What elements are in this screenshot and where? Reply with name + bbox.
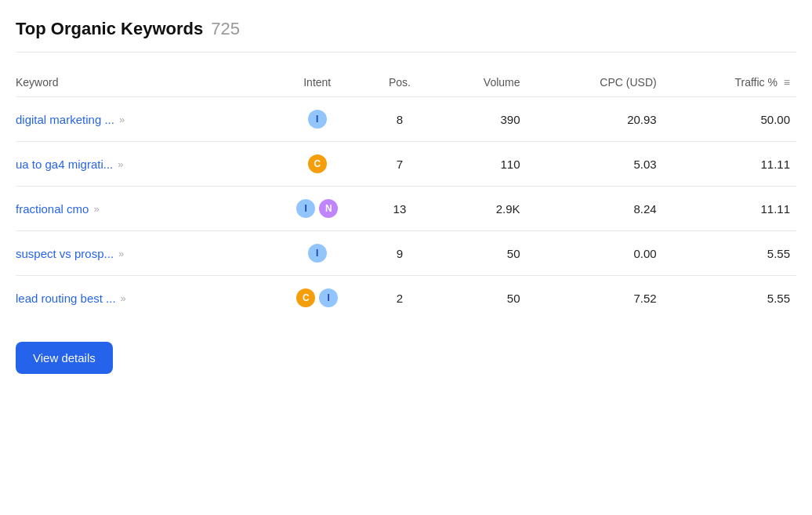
keyword-expand-icon[interactable]: » — [118, 158, 123, 170]
volume-cell: 2.9K — [433, 187, 527, 231]
traffic-cell: 5.55 — [663, 231, 796, 276]
traffic-cell: 50.00 — [663, 97, 796, 142]
traffic-cell: 5.55 — [663, 276, 796, 321]
pos-cell: 13 — [372, 187, 433, 231]
intent-cell: C — [269, 142, 372, 187]
keyword-expand-icon[interactable]: » — [119, 114, 125, 125]
cpc-cell: 5.03 — [527, 142, 663, 187]
intent-badge-n: N — [319, 199, 338, 218]
keyword-cell: lead routing best ... » — [16, 276, 269, 321]
cpc-cell: 20.93 — [527, 97, 663, 142]
cpc-cell: 0.00 — [527, 231, 663, 276]
col-header-pos: Pos. — [372, 68, 433, 97]
col-header-traffic: Traffic % ≡ — [663, 68, 796, 97]
col-header-cpc: CPC (USD) — [527, 68, 663, 97]
volume-cell: 50 — [433, 231, 527, 276]
table-row: suspect vs prosp... » I9500.005.55 — [16, 231, 796, 276]
keyword-expand-icon[interactable]: » — [121, 292, 126, 304]
intent-badge-i: I — [296, 199, 315, 218]
intent-cell: IN — [269, 187, 372, 231]
volume-cell: 50 — [433, 276, 527, 321]
pos-cell: 2 — [372, 276, 433, 321]
keywords-table: Keyword Intent Pos. Volume CPC (USD) Tra… — [16, 68, 796, 320]
col-header-intent: Intent — [269, 68, 372, 97]
volume-cell: 390 — [433, 97, 527, 142]
pos-cell: 9 — [372, 231, 433, 276]
traffic-cell: 11.11 — [663, 187, 796, 231]
widget-container: Top Organic Keywords 725 Keyword Intent … — [16, 19, 796, 374]
keyword-expand-icon[interactable]: » — [93, 203, 99, 215]
cpc-cell: 7.52 — [527, 276, 663, 321]
keyword-link[interactable]: suspect vs prosp... — [16, 247, 114, 260]
table-row: fractional cmo » IN132.9K8.2411.11 — [16, 187, 796, 231]
widget-header: Top Organic Keywords 725 — [16, 19, 796, 53]
view-details-button[interactable]: View details — [16, 342, 113, 374]
keyword-link[interactable]: lead routing best ... — [16, 292, 116, 305]
table-row: ua to ga4 migrati... » C71105.0311.11 — [16, 142, 796, 187]
intent-cell: CI — [269, 276, 372, 321]
keyword-cell: suspect vs prosp... » — [16, 231, 269, 276]
intent-cell: I — [269, 97, 372, 142]
intent-badge-c: C — [308, 154, 327, 173]
keyword-count: 725 — [211, 19, 240, 39]
keyword-expand-icon[interactable]: » — [118, 248, 124, 259]
intent-badge-c: C — [296, 288, 315, 307]
table-row: lead routing best ... » CI2507.525.55 — [16, 276, 796, 321]
intent-badge-i: I — [308, 110, 327, 129]
table-row: digital marketing ... » I839020.9350.00 — [16, 97, 796, 142]
keyword-link[interactable]: fractional cmo — [16, 202, 89, 216]
filter-icon[interactable]: ≡ — [784, 76, 790, 89]
volume-cell: 110 — [433, 142, 527, 187]
intent-badge-i: I — [319, 288, 338, 307]
keyword-link[interactable]: ua to ga4 migrati... — [16, 158, 113, 171]
widget-title: Top Organic Keywords — [16, 19, 203, 39]
keyword-cell: ua to ga4 migrati... » — [16, 142, 269, 187]
traffic-cell: 11.11 — [663, 142, 796, 187]
cpc-cell: 8.24 — [527, 187, 663, 231]
keyword-link[interactable]: digital marketing ... — [16, 113, 114, 126]
intent-badge-i: I — [308, 244, 327, 263]
keyword-cell: fractional cmo » — [16, 187, 269, 231]
col-header-keyword: Keyword — [16, 68, 269, 97]
col-header-volume: Volume — [433, 68, 527, 97]
intent-cell: I — [269, 231, 372, 276]
pos-cell: 8 — [372, 97, 433, 142]
pos-cell: 7 — [372, 142, 433, 187]
keyword-cell: digital marketing ... » — [16, 97, 269, 142]
